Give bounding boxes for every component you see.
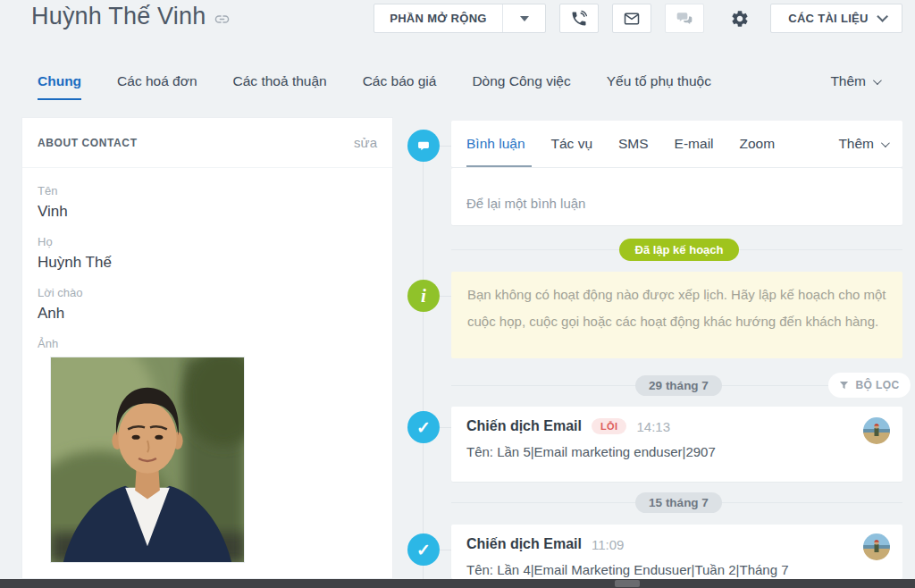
tab-yeu-to-phu-thuoc[interactable]: Yếu tố phụ thuộc [607,73,711,100]
contact-photo [50,357,245,563]
timeline-entry[interactable]: Chiến dịch Email LỖI 14:13 Tên: Lần 5|Em… [451,407,902,482]
filter-button[interactable]: BỘ LỌC [828,373,911,398]
settings-button[interactable] [720,4,760,33]
phone-icon [570,10,588,28]
tab-cac-thoa-thuan[interactable]: Các thoả thuận [233,73,327,100]
timeline-connector [440,427,452,428]
chevron-down-icon [877,11,888,22]
about-fields: Tên Vinh Họ Huỳnh Thế Lời chào Anh Ảnh [22,168,392,563]
contact-name: Huỳnh Thế Vinh [31,3,206,30]
timeline-tab-more[interactable]: Thêm [838,136,887,152]
timeline-tab-bar: Bình luận Tác vụ SMS E-mail Zoom Thêm [451,121,902,168]
comment-node-icon [407,130,440,162]
chat-bubble-icon [415,137,432,155]
field-value: Vinh [38,200,377,223]
tab-email[interactable]: E-mail [675,136,714,152]
field-label: Họ [38,234,377,249]
timeline-connector [440,296,452,297]
timeline-rail [423,146,424,579]
tab-tac-vu[interactable]: Tác vụ [551,136,593,152]
field-label: Ảnh [38,336,377,351]
timeline-tabs: Bình luận Tác vụ SMS E-mail Zoom [466,121,775,167]
documents-label[interactable]: CÁC TÀI LIỆU [788,12,869,25]
crm-contact-page: Huỳnh Thế Vinh PHẦN MỞ RỘNG [0,0,915,588]
chat-bubbles-icon [676,10,693,28]
tab-sms[interactable]: SMS [618,136,649,152]
section-title: ABOUT CONTACT [38,137,138,149]
main-tab-bar: Chung Các hoá đơn Các thoả thuận Các báo… [38,73,879,100]
link-icon[interactable] [214,12,230,27]
field-value: Anh [38,302,377,324]
entry-title[interactable]: Chiến dịch Email [466,418,582,434]
tab-zoom[interactable]: Zoom [740,136,776,152]
avatar[interactable] [863,533,890,560]
timeline-connector [440,550,452,550]
field-salutation: Lời chào Anh [38,285,377,324]
tab-cac-bao-gia[interactable]: Các báo giá [363,73,437,100]
active-tab-underline [466,165,532,167]
edit-link[interactable]: sửa [354,135,377,150]
tab-more[interactable]: Thêm [830,73,879,89]
completed-node-icon: ✓ [407,533,440,566]
extensions-dropdown[interactable] [502,4,545,32]
entry-header: Chiến dịch Email LỖI 14:13 [466,418,887,434]
entry-body: Tên: Lần 4|Email Marketing Endusuer|Tuần… [466,562,887,577]
planned-badge[interactable]: Đã lập kế hoạch [619,239,739,261]
entry-time: 11:09 [592,537,624,552]
field-label: Tên [38,183,377,198]
field-value: Huỳnh Thế [38,251,377,273]
filter-label: BỘ LỌC [855,379,899,391]
scrollbar-thumb[interactable] [615,580,640,587]
date-badge: 15 tháng 7 [635,492,722,513]
chevron-down-icon [873,76,882,85]
horizontal-scrollbar[interactable] [0,579,915,588]
field-first-name: Tên Vinh [38,183,377,223]
extensions-label[interactable]: PHẦN MỞ RỘNG [374,12,502,25]
tab-binh-luan[interactable]: Bình luận [466,136,525,152]
about-contact-header: ABOUT CONTACT sửa [22,118,392,168]
tab-cac-hoa-don[interactable]: Các hoá đơn [117,73,197,100]
page-title: Huỳnh Thế Vinh [31,3,230,30]
entry-body: Tên: Lần 5|Email marketing enduser|2907 [466,444,887,459]
entry-title[interactable]: Chiến dịch Email [466,536,582,552]
field-label: Lời chào [38,285,377,300]
field-photo: Ảnh [38,336,377,563]
caret-down-icon [520,16,529,21]
email-button[interactable] [612,4,651,33]
field-last-name: Họ Huỳnh Thế [38,234,377,273]
info-node-icon: i [407,280,440,312]
timeline-connector [440,146,452,147]
documents-button[interactable]: CÁC TÀI LIỆU [770,4,902,33]
avatar[interactable] [863,417,890,444]
date-badge: 29 tháng 7 [635,375,722,396]
extensions-button[interactable]: PHẦN MỞ RỘNG [374,4,546,33]
chat-button-disabled[interactable] [665,4,704,33]
tab-chung[interactable]: Chung [38,73,81,100]
no-activity-notice: Bạn không có hoạt động nào được xếp lịch… [451,272,902,358]
notice-text: Bạn không có hoạt động nào được xếp lịch… [467,281,886,335]
completed-node-icon: ✓ [407,411,440,443]
checkmark-icon: ✓ [416,417,431,438]
comment-box [451,168,902,225]
entry-header: Chiến dịch Email 11:09 [466,536,887,552]
chevron-down-icon [881,139,890,147]
info-icon: i [421,285,426,307]
tab-dong-cong-viec[interactable]: Dòng Công việc [472,73,570,100]
about-contact-card: ABOUT CONTACT sửa Tên Vinh Họ Huỳnh Thế … [21,117,393,579]
comment-input[interactable] [451,168,902,225]
envelope-icon [623,10,641,28]
funnel-icon [839,379,849,391]
checkmark-icon: ✓ [416,540,431,560]
error-badge: LỖI [592,418,627,434]
entry-time: 14:13 [636,419,670,434]
timeline-entry[interactable]: Chiến dịch Email 11:09 Tên: Lần 4|Email … [451,525,902,579]
gear-icon [730,9,750,29]
phone-button[interactable] [559,4,599,33]
